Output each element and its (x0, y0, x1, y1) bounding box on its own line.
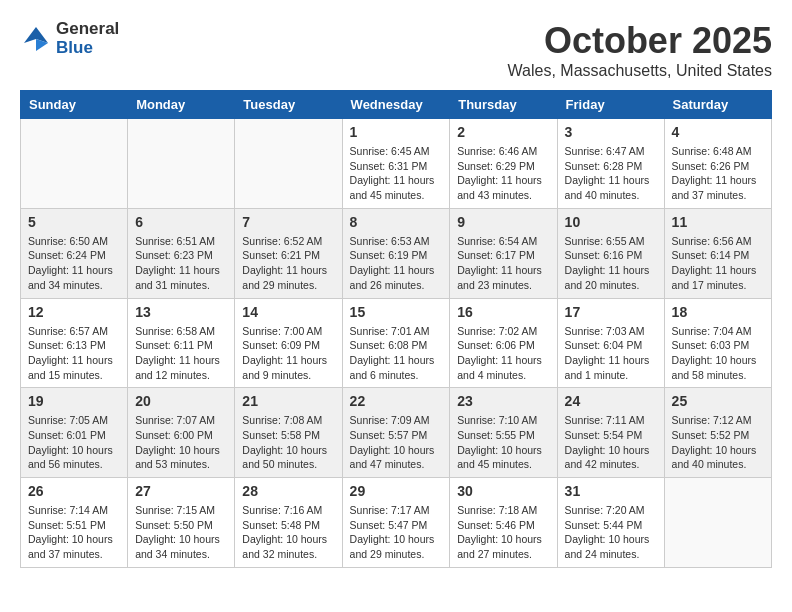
calendar-day-cell (664, 478, 771, 568)
logo: General Blue (20, 20, 119, 57)
logo-general-text: General (56, 20, 119, 39)
day-number: 22 (350, 393, 443, 409)
calendar-day-cell: 2Sunrise: 6:46 AM Sunset: 6:29 PM Daylig… (450, 119, 557, 209)
day-info: Sunrise: 6:46 AM Sunset: 6:29 PM Dayligh… (457, 144, 549, 203)
day-number: 16 (457, 304, 549, 320)
calendar-day-cell: 20Sunrise: 7:07 AM Sunset: 6:00 PM Dayli… (128, 388, 235, 478)
col-header-saturday: Saturday (664, 91, 771, 119)
day-number: 20 (135, 393, 227, 409)
day-number: 28 (242, 483, 334, 499)
calendar-day-cell: 25Sunrise: 7:12 AM Sunset: 5:52 PM Dayli… (664, 388, 771, 478)
day-number: 12 (28, 304, 120, 320)
day-info: Sunrise: 7:03 AM Sunset: 6:04 PM Dayligh… (565, 324, 657, 383)
col-header-friday: Friday (557, 91, 664, 119)
calendar-day-cell: 1Sunrise: 6:45 AM Sunset: 6:31 PM Daylig… (342, 119, 450, 209)
day-number: 2 (457, 124, 549, 140)
day-info: Sunrise: 7:11 AM Sunset: 5:54 PM Dayligh… (565, 413, 657, 472)
day-info: Sunrise: 6:56 AM Sunset: 6:14 PM Dayligh… (672, 234, 764, 293)
col-header-tuesday: Tuesday (235, 91, 342, 119)
col-header-wednesday: Wednesday (342, 91, 450, 119)
calendar-day-cell: 8Sunrise: 6:53 AM Sunset: 6:19 PM Daylig… (342, 208, 450, 298)
day-number: 17 (565, 304, 657, 320)
day-number: 25 (672, 393, 764, 409)
day-info: Sunrise: 7:14 AM Sunset: 5:51 PM Dayligh… (28, 503, 120, 562)
day-info: Sunrise: 6:47 AM Sunset: 6:28 PM Dayligh… (565, 144, 657, 203)
day-info: Sunrise: 6:55 AM Sunset: 6:16 PM Dayligh… (565, 234, 657, 293)
calendar-day-cell: 24Sunrise: 7:11 AM Sunset: 5:54 PM Dayli… (557, 388, 664, 478)
day-info: Sunrise: 6:53 AM Sunset: 6:19 PM Dayligh… (350, 234, 443, 293)
calendar-day-cell: 19Sunrise: 7:05 AM Sunset: 6:01 PM Dayli… (21, 388, 128, 478)
calendar-day-cell: 21Sunrise: 7:08 AM Sunset: 5:58 PM Dayli… (235, 388, 342, 478)
day-number: 18 (672, 304, 764, 320)
calendar-day-cell: 15Sunrise: 7:01 AM Sunset: 6:08 PM Dayli… (342, 298, 450, 388)
day-number: 6 (135, 214, 227, 230)
day-info: Sunrise: 7:04 AM Sunset: 6:03 PM Dayligh… (672, 324, 764, 383)
calendar-day-cell: 9Sunrise: 6:54 AM Sunset: 6:17 PM Daylig… (450, 208, 557, 298)
day-info: Sunrise: 7:12 AM Sunset: 5:52 PM Dayligh… (672, 413, 764, 472)
day-number: 3 (565, 124, 657, 140)
day-number: 1 (350, 124, 443, 140)
day-info: Sunrise: 7:08 AM Sunset: 5:58 PM Dayligh… (242, 413, 334, 472)
day-info: Sunrise: 7:07 AM Sunset: 6:00 PM Dayligh… (135, 413, 227, 472)
calendar-table: SundayMondayTuesdayWednesdayThursdayFrid… (20, 90, 772, 568)
day-number: 23 (457, 393, 549, 409)
day-info: Sunrise: 7:09 AM Sunset: 5:57 PM Dayligh… (350, 413, 443, 472)
calendar-day-cell: 29Sunrise: 7:17 AM Sunset: 5:47 PM Dayli… (342, 478, 450, 568)
day-number: 11 (672, 214, 764, 230)
day-info: Sunrise: 6:52 AM Sunset: 6:21 PM Dayligh… (242, 234, 334, 293)
calendar-day-cell: 14Sunrise: 7:00 AM Sunset: 6:09 PM Dayli… (235, 298, 342, 388)
day-info: Sunrise: 7:05 AM Sunset: 6:01 PM Dayligh… (28, 413, 120, 472)
calendar-day-cell: 16Sunrise: 7:02 AM Sunset: 6:06 PM Dayli… (450, 298, 557, 388)
col-header-monday: Monday (128, 91, 235, 119)
calendar-week-row: 26Sunrise: 7:14 AM Sunset: 5:51 PM Dayli… (21, 478, 772, 568)
day-number: 7 (242, 214, 334, 230)
calendar-day-cell: 4Sunrise: 6:48 AM Sunset: 6:26 PM Daylig… (664, 119, 771, 209)
col-header-sunday: Sunday (21, 91, 128, 119)
day-info: Sunrise: 7:00 AM Sunset: 6:09 PM Dayligh… (242, 324, 334, 383)
calendar-day-cell: 7Sunrise: 6:52 AM Sunset: 6:21 PM Daylig… (235, 208, 342, 298)
day-number: 19 (28, 393, 120, 409)
title-area: October 2025 Wales, Massachusetts, Unite… (508, 20, 772, 80)
day-info: Sunrise: 7:18 AM Sunset: 5:46 PM Dayligh… (457, 503, 549, 562)
logo-blue-text: Blue (56, 39, 119, 58)
day-info: Sunrise: 6:50 AM Sunset: 6:24 PM Dayligh… (28, 234, 120, 293)
calendar-day-cell: 13Sunrise: 6:58 AM Sunset: 6:11 PM Dayli… (128, 298, 235, 388)
calendar-header-row: SundayMondayTuesdayWednesdayThursdayFrid… (21, 91, 772, 119)
calendar-week-row: 12Sunrise: 6:57 AM Sunset: 6:13 PM Dayli… (21, 298, 772, 388)
calendar-day-cell: 5Sunrise: 6:50 AM Sunset: 6:24 PM Daylig… (21, 208, 128, 298)
calendar-day-cell: 26Sunrise: 7:14 AM Sunset: 5:51 PM Dayli… (21, 478, 128, 568)
day-number: 26 (28, 483, 120, 499)
day-info: Sunrise: 7:02 AM Sunset: 6:06 PM Dayligh… (457, 324, 549, 383)
day-number: 15 (350, 304, 443, 320)
calendar-day-cell: 17Sunrise: 7:03 AM Sunset: 6:04 PM Dayli… (557, 298, 664, 388)
header: General Blue October 2025 Wales, Massach… (20, 20, 772, 80)
calendar-day-cell: 12Sunrise: 6:57 AM Sunset: 6:13 PM Dayli… (21, 298, 128, 388)
day-number: 5 (28, 214, 120, 230)
calendar-day-cell (235, 119, 342, 209)
day-info: Sunrise: 7:01 AM Sunset: 6:08 PM Dayligh… (350, 324, 443, 383)
day-number: 9 (457, 214, 549, 230)
calendar-day-cell: 27Sunrise: 7:15 AM Sunset: 5:50 PM Dayli… (128, 478, 235, 568)
day-info: Sunrise: 6:45 AM Sunset: 6:31 PM Dayligh… (350, 144, 443, 203)
col-header-thursday: Thursday (450, 91, 557, 119)
calendar-day-cell: 18Sunrise: 7:04 AM Sunset: 6:03 PM Dayli… (664, 298, 771, 388)
calendar-day-cell: 31Sunrise: 7:20 AM Sunset: 5:44 PM Dayli… (557, 478, 664, 568)
day-number: 10 (565, 214, 657, 230)
month-title: October 2025 (508, 20, 772, 62)
day-number: 4 (672, 124, 764, 140)
calendar-day-cell: 30Sunrise: 7:18 AM Sunset: 5:46 PM Dayli… (450, 478, 557, 568)
calendar-day-cell: 22Sunrise: 7:09 AM Sunset: 5:57 PM Dayli… (342, 388, 450, 478)
day-number: 24 (565, 393, 657, 409)
calendar-day-cell: 28Sunrise: 7:16 AM Sunset: 5:48 PM Dayli… (235, 478, 342, 568)
calendar-day-cell (128, 119, 235, 209)
calendar-day-cell: 3Sunrise: 6:47 AM Sunset: 6:28 PM Daylig… (557, 119, 664, 209)
day-info: Sunrise: 7:20 AM Sunset: 5:44 PM Dayligh… (565, 503, 657, 562)
calendar-week-row: 1Sunrise: 6:45 AM Sunset: 6:31 PM Daylig… (21, 119, 772, 209)
day-number: 21 (242, 393, 334, 409)
day-info: Sunrise: 7:17 AM Sunset: 5:47 PM Dayligh… (350, 503, 443, 562)
day-info: Sunrise: 6:51 AM Sunset: 6:23 PM Dayligh… (135, 234, 227, 293)
day-info: Sunrise: 7:16 AM Sunset: 5:48 PM Dayligh… (242, 503, 334, 562)
day-number: 31 (565, 483, 657, 499)
day-number: 27 (135, 483, 227, 499)
day-info: Sunrise: 6:54 AM Sunset: 6:17 PM Dayligh… (457, 234, 549, 293)
